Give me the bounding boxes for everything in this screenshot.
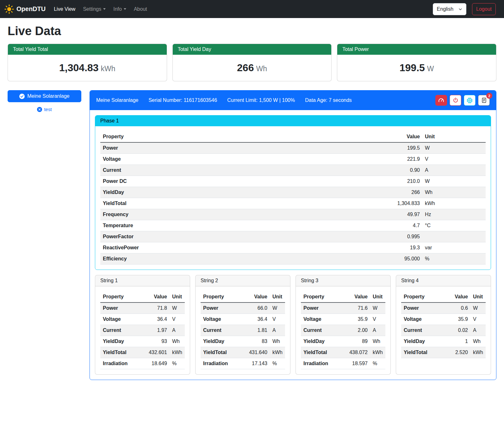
value-cell: 4.7 bbox=[293, 220, 422, 231]
property-cell: ReactivePower bbox=[100, 242, 293, 253]
unit-cell: kWh bbox=[470, 347, 486, 358]
inverter-sidebar: Meine Solaranlage test bbox=[8, 90, 81, 112]
unit-cell: Wh bbox=[170, 336, 185, 347]
table-row: Voltage36.4V bbox=[201, 314, 285, 325]
string-card-body: Property Value Unit Power0.6W Voltage35.… bbox=[396, 286, 491, 363]
property-cell: YieldDay bbox=[100, 336, 139, 347]
property-cell: YieldDay bbox=[401, 336, 444, 347]
table-row: Power71.6W bbox=[301, 302, 385, 314]
table-header-row: Property Value Unit bbox=[201, 291, 285, 302]
brand-label: OpenDTU bbox=[16, 5, 46, 13]
string-card-title: String 3 bbox=[296, 275, 390, 286]
value-cell: 0.995 bbox=[293, 231, 422, 242]
unit-cell: A bbox=[370, 325, 385, 336]
nav-item-settings[interactable]: Settings bbox=[79, 4, 109, 15]
unit-cell: Wh bbox=[370, 336, 385, 347]
speedometer-icon bbox=[438, 97, 444, 103]
summary-card-title: Total Power bbox=[337, 44, 496, 55]
table-row: ReactivePower19.3var bbox=[100, 242, 486, 253]
property-cell: Power bbox=[100, 302, 139, 314]
table-row: Irradiation17.143% bbox=[201, 358, 285, 369]
value-cell: 19.3 bbox=[293, 242, 422, 253]
unit-cell: % bbox=[370, 358, 385, 369]
string-table: Property Value Unit Power66.0W Voltage36… bbox=[201, 291, 285, 369]
summary-card-title: Total Yield Total bbox=[8, 44, 167, 55]
table-row: Voltage36.4V bbox=[100, 314, 185, 325]
table-row: YieldDay89Wh bbox=[301, 336, 385, 347]
property-cell: Power DC bbox=[100, 176, 293, 187]
device-info-button[interactable] bbox=[464, 95, 476, 106]
table-row: Power71.8W bbox=[100, 302, 185, 314]
string-table: Property Value Unit Power0.6W Voltage35.… bbox=[401, 291, 486, 358]
page-title: Live Data bbox=[8, 24, 496, 38]
unit-cell: W bbox=[470, 302, 486, 314]
nav-item-live-view[interactable]: Live View bbox=[50, 4, 79, 15]
table-row: Efficiency95.000% bbox=[100, 253, 486, 265]
event-log-button[interactable]: 2 bbox=[478, 95, 490, 106]
unit-cell: W bbox=[422, 142, 486, 154]
column-unit: Unit bbox=[422, 131, 486, 142]
column-unit: Unit bbox=[370, 291, 385, 302]
column-property: Property bbox=[301, 291, 340, 302]
property-cell: PowerFactor bbox=[100, 231, 293, 242]
column-value: Value bbox=[139, 291, 170, 302]
brand-link[interactable]: OpenDTU bbox=[4, 4, 46, 14]
unit-cell: % bbox=[170, 358, 185, 369]
limit-settings-button[interactable] bbox=[435, 95, 447, 106]
table-row: YieldTotal431.640kWh bbox=[201, 347, 285, 358]
nav-links: Live View Settings Info About bbox=[50, 4, 151, 15]
table-row: Current0.02A bbox=[401, 325, 486, 336]
unit-cell: var bbox=[422, 242, 486, 253]
summary-card-title: Total Yield Day bbox=[173, 44, 332, 55]
nav-item-info[interactable]: Info bbox=[109, 4, 130, 15]
caret-down-icon bbox=[103, 8, 106, 10]
x-circle-icon bbox=[37, 107, 42, 112]
inverter-panel-body: Phase 1 Property Value Unit bbox=[90, 110, 496, 380]
value-cell: 432.601 bbox=[139, 347, 170, 358]
string-card-1: String 1 Property Value Unit bbox=[95, 275, 190, 375]
value-cell: 431.640 bbox=[240, 347, 270, 358]
property-cell: Power bbox=[401, 302, 444, 314]
unit-cell: A bbox=[170, 325, 185, 336]
unit-cell: Wh bbox=[270, 336, 285, 347]
value-cell: 18.649 bbox=[139, 358, 170, 369]
inverter-data-age: Data Age: 7 seconds bbox=[305, 97, 352, 103]
property-cell: Voltage bbox=[100, 154, 293, 165]
table-row: YieldTotal1,304.833kWh bbox=[100, 198, 486, 209]
phase-card: Phase 1 Property Value Unit bbox=[95, 115, 491, 270]
nav-item-about[interactable]: About bbox=[130, 4, 151, 15]
property-cell: Voltage bbox=[401, 314, 444, 325]
value-cell: 95.000 bbox=[293, 253, 422, 265]
value-cell: 71.6 bbox=[340, 302, 370, 314]
table-row: Frequency49.97Hz bbox=[100, 209, 486, 220]
summary-card-total-yield-total: Total Yield Total 1,304.83kWh bbox=[8, 44, 167, 81]
content-row: Meine Solaranlage test Meine Solaranlage… bbox=[8, 90, 496, 380]
unit-cell: Wh bbox=[422, 187, 486, 198]
power-button[interactable] bbox=[450, 95, 461, 106]
sidebar-item-test[interactable]: test bbox=[8, 107, 81, 112]
table-row: YieldTotal2.520kWh bbox=[401, 347, 486, 358]
value-cell: 66.0 bbox=[240, 302, 270, 314]
value-cell: 83 bbox=[240, 336, 270, 347]
unit-cell: kWh bbox=[270, 347, 285, 358]
property-cell: Current bbox=[301, 325, 340, 336]
inverter-select-button[interactable]: Meine Solaranlage bbox=[8, 90, 81, 102]
property-cell: Irradiation bbox=[201, 358, 240, 369]
strings-row: String 1 Property Value Unit bbox=[95, 275, 491, 375]
unit-cell: W bbox=[270, 302, 285, 314]
summary-card-body: 199.5W bbox=[337, 55, 496, 81]
nav-item-settings-label: Settings bbox=[83, 6, 101, 12]
language-select[interactable]: English bbox=[433, 3, 466, 15]
property-cell: Irradiation bbox=[100, 358, 139, 369]
value-cell: 36.4 bbox=[240, 314, 270, 325]
string-table: Property Value Unit Power71.8W Voltage36… bbox=[100, 291, 185, 369]
value-cell: 1.97 bbox=[139, 325, 170, 336]
summary-value: 1,304.83 bbox=[59, 62, 99, 73]
unit-cell: V bbox=[170, 314, 185, 325]
logout-button[interactable]: Logout bbox=[472, 3, 496, 15]
event-count-badge: 2 bbox=[486, 93, 492, 99]
inverter-name: Meine Solaranlage bbox=[96, 97, 138, 103]
string-card-4: String 4 Property Value Unit bbox=[396, 275, 491, 375]
unit-cell: kWh bbox=[370, 347, 385, 358]
phase-table: Property Value Unit Power199.5W Voltage2… bbox=[100, 131, 486, 265]
